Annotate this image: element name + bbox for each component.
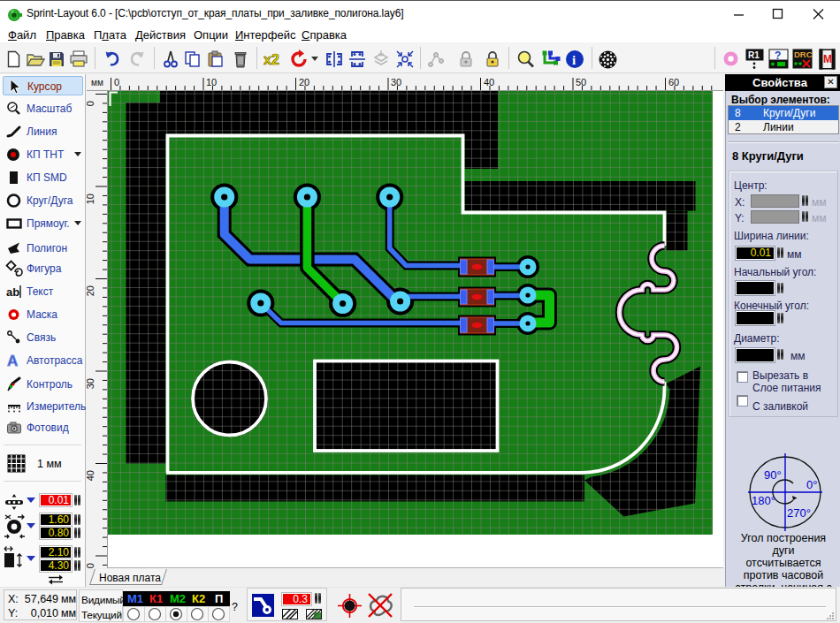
svg-text:40: 40 xyxy=(87,470,95,481)
svg-text:20: 20 xyxy=(87,285,95,296)
svg-text:мм: мм xyxy=(91,78,103,87)
svg-text:40: 40 xyxy=(484,77,494,87)
svg-text:ab: ab xyxy=(6,285,19,299)
svg-text:30: 30 xyxy=(391,77,401,87)
svg-text:180°: 180° xyxy=(752,494,775,507)
svg-text:M: M xyxy=(823,53,832,65)
svg-text:x2: x2 xyxy=(263,52,279,67)
svg-text:90°: 90° xyxy=(764,468,782,482)
svg-text:10: 10 xyxy=(87,194,95,204)
svg-text:50: 50 xyxy=(87,563,95,568)
svg-text:0°: 0° xyxy=(806,478,817,491)
svg-text:270°: 270° xyxy=(787,506,811,520)
svg-text:DRC: DRC xyxy=(794,49,813,59)
svg-text:0: 0 xyxy=(87,101,95,106)
svg-text:20: 20 xyxy=(299,77,309,87)
svg-text:A: A xyxy=(7,353,18,369)
svg-text:50: 50 xyxy=(576,77,586,87)
svg-text:i: i xyxy=(572,53,576,67)
svg-text:60: 60 xyxy=(668,77,679,87)
svg-text:10: 10 xyxy=(206,77,217,87)
svg-text:?: ? xyxy=(775,49,781,62)
svg-text:0: 0 xyxy=(114,77,119,87)
svg-text:R1: R1 xyxy=(748,50,760,60)
svg-text:30: 30 xyxy=(87,378,95,389)
